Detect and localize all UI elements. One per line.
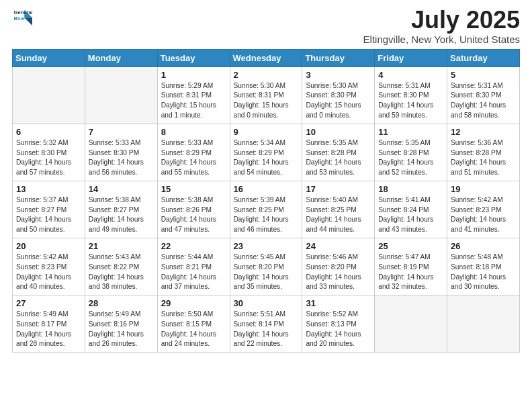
day-info: Sunrise: 5:42 AMSunset: 8:23 PMDaylight:… — [451, 195, 516, 235]
day-number: 14 — [89, 184, 154, 194]
day-info: Sunrise: 5:39 AMSunset: 8:25 PMDaylight:… — [234, 195, 299, 235]
day-number: 5 — [451, 70, 516, 80]
day-number: 27 — [16, 298, 81, 308]
calendar-cell — [447, 295, 520, 353]
day-info: Sunrise: 5:47 AMSunset: 8:19 PMDaylight:… — [378, 253, 443, 292]
day-info: Sunrise: 5:35 AMSunset: 8:28 PMDaylight:… — [306, 138, 371, 178]
calendar-cell: 13Sunrise: 5:37 AMSunset: 8:27 PMDayligh… — [13, 181, 85, 238]
header-tuesday: Tuesday — [157, 49, 230, 66]
calendar-cell: 9Sunrise: 5:34 AMSunset: 8:29 PMDaylight… — [230, 124, 302, 181]
day-info: Sunrise: 5:30 AMSunset: 8:30 PMDaylight:… — [306, 81, 371, 121]
svg-text:Blue: Blue — [14, 15, 25, 21]
calendar-cell: 12Sunrise: 5:36 AMSunset: 8:28 PMDayligh… — [447, 124, 520, 181]
calendar-cell: 4Sunrise: 5:31 AMSunset: 8:30 PMDaylight… — [375, 66, 447, 124]
day-info: Sunrise: 5:41 AMSunset: 8:24 PMDaylight:… — [378, 195, 443, 235]
calendar-cell: 26Sunrise: 5:48 AMSunset: 8:18 PMDayligh… — [447, 238, 520, 295]
day-info: Sunrise: 5:38 AMSunset: 8:27 PMDaylight:… — [89, 195, 154, 235]
calendar-cell: 19Sunrise: 5:42 AMSunset: 8:23 PMDayligh… — [447, 181, 520, 238]
day-number: 10 — [306, 127, 371, 137]
calendar-cell: 3Sunrise: 5:30 AMSunset: 8:30 PMDaylight… — [302, 66, 375, 124]
day-info: Sunrise: 5:36 AMSunset: 8:28 PMDaylight:… — [451, 138, 516, 178]
calendar-cell: 25Sunrise: 5:47 AMSunset: 8:19 PMDayligh… — [375, 238, 447, 295]
day-info: Sunrise: 5:45 AMSunset: 8:20 PMDaylight:… — [234, 253, 299, 292]
header-saturday: Saturday — [447, 49, 520, 66]
day-number: 13 — [16, 184, 81, 194]
day-info: Sunrise: 5:48 AMSunset: 8:18 PMDaylight:… — [451, 253, 516, 292]
calendar-cell: 28Sunrise: 5:49 AMSunset: 8:16 PMDayligh… — [85, 295, 157, 353]
header-sunday: Sunday — [13, 49, 85, 66]
day-number: 1 — [161, 70, 226, 80]
day-number: 24 — [306, 241, 371, 251]
header-wednesday: Wednesday — [230, 49, 302, 66]
day-number: 19 — [451, 184, 516, 194]
calendar-cell: 20Sunrise: 5:42 AMSunset: 8:23 PMDayligh… — [13, 238, 85, 295]
day-info: Sunrise: 5:49 AMSunset: 8:16 PMDaylight:… — [89, 310, 154, 349]
calendar-week-3: 13Sunrise: 5:37 AMSunset: 8:27 PMDayligh… — [13, 181, 520, 238]
day-info: Sunrise: 5:30 AMSunset: 8:31 PMDaylight:… — [234, 81, 299, 121]
day-info: Sunrise: 5:29 AMSunset: 8:31 PMDaylight:… — [161, 81, 226, 121]
day-number: 17 — [306, 184, 371, 194]
calendar-cell — [375, 295, 447, 353]
day-info: Sunrise: 5:51 AMSunset: 8:14 PMDaylight:… — [234, 310, 299, 349]
calendar-week-1: 1Sunrise: 5:29 AMSunset: 8:31 PMDaylight… — [13, 66, 520, 124]
svg-text:General: General — [14, 9, 32, 15]
calendar-cell: 30Sunrise: 5:51 AMSunset: 8:14 PMDayligh… — [230, 295, 302, 353]
day-info: Sunrise: 5:31 AMSunset: 8:30 PMDaylight:… — [378, 81, 443, 121]
logo: General Blue — [12, 7, 32, 28]
day-number: 31 — [306, 298, 371, 308]
day-info: Sunrise: 5:44 AMSunset: 8:21 PMDaylight:… — [161, 253, 226, 292]
day-info: Sunrise: 5:34 AMSunset: 8:29 PMDaylight:… — [234, 138, 299, 178]
main-title: July 2025 — [363, 7, 520, 34]
header-monday: Monday — [85, 49, 157, 66]
day-number: 26 — [451, 241, 516, 251]
day-number: 4 — [378, 70, 443, 80]
day-number: 16 — [234, 184, 299, 194]
day-number: 11 — [378, 127, 443, 137]
day-number: 29 — [161, 298, 226, 308]
calendar-cell — [13, 66, 85, 124]
header: General Blue July 2025 Eltingville, New … — [12, 7, 520, 45]
calendar-cell: 27Sunrise: 5:49 AMSunset: 8:17 PMDayligh… — [13, 295, 85, 353]
calendar-cell: 6Sunrise: 5:32 AMSunset: 8:30 PMDaylight… — [13, 124, 85, 181]
svg-marker-2 — [24, 17, 32, 26]
day-info: Sunrise: 5:33 AMSunset: 8:29 PMDaylight:… — [161, 138, 226, 178]
day-info: Sunrise: 5:52 AMSunset: 8:13 PMDaylight:… — [306, 310, 371, 349]
calendar-cell — [85, 66, 157, 124]
calendar-cell: 14Sunrise: 5:38 AMSunset: 8:27 PMDayligh… — [85, 181, 157, 238]
calendar-week-2: 6Sunrise: 5:32 AMSunset: 8:30 PMDaylight… — [13, 124, 520, 181]
day-number: 22 — [161, 241, 226, 251]
day-info: Sunrise: 5:49 AMSunset: 8:17 PMDaylight:… — [16, 310, 81, 349]
calendar-cell: 18Sunrise: 5:41 AMSunset: 8:24 PMDayligh… — [375, 181, 447, 238]
day-info: Sunrise: 5:33 AMSunset: 8:30 PMDaylight:… — [89, 138, 154, 178]
day-info: Sunrise: 5:37 AMSunset: 8:27 PMDaylight:… — [16, 195, 81, 235]
page: General Blue July 2025 Eltingville, New … — [0, 0, 532, 411]
day-info: Sunrise: 5:32 AMSunset: 8:30 PMDaylight:… — [16, 138, 81, 178]
day-info: Sunrise: 5:38 AMSunset: 8:26 PMDaylight:… — [161, 195, 226, 235]
day-info: Sunrise: 5:43 AMSunset: 8:22 PMDaylight:… — [89, 253, 154, 292]
day-info: Sunrise: 5:46 AMSunset: 8:20 PMDaylight:… — [306, 253, 371, 292]
calendar-cell: 10Sunrise: 5:35 AMSunset: 8:28 PMDayligh… — [302, 124, 375, 181]
day-number: 15 — [161, 184, 226, 194]
subtitle: Eltingville, New York, United States — [363, 34, 520, 45]
calendar-cell: 5Sunrise: 5:31 AMSunset: 8:30 PMDaylight… — [447, 66, 520, 124]
day-number: 12 — [451, 127, 516, 137]
calendar-cell: 2Sunrise: 5:30 AMSunset: 8:31 PMDaylight… — [230, 66, 302, 124]
calendar-cell: 22Sunrise: 5:44 AMSunset: 8:21 PMDayligh… — [157, 238, 230, 295]
calendar-cell: 15Sunrise: 5:38 AMSunset: 8:26 PMDayligh… — [157, 181, 230, 238]
logo-icon: General Blue — [13, 7, 32, 26]
day-number: 21 — [89, 241, 154, 251]
title-block: July 2025 Eltingville, New York, United … — [363, 7, 520, 45]
day-info: Sunrise: 5:42 AMSunset: 8:23 PMDaylight:… — [16, 253, 81, 292]
day-number: 30 — [234, 298, 299, 308]
calendar-cell: 21Sunrise: 5:43 AMSunset: 8:22 PMDayligh… — [85, 238, 157, 295]
day-number: 23 — [234, 241, 299, 251]
calendar-cell: 17Sunrise: 5:40 AMSunset: 8:25 PMDayligh… — [302, 181, 375, 238]
day-number: 9 — [234, 127, 299, 137]
day-number: 6 — [16, 127, 81, 137]
calendar-cell: 11Sunrise: 5:35 AMSunset: 8:28 PMDayligh… — [375, 124, 447, 181]
day-number: 25 — [378, 241, 443, 251]
calendar-week-4: 20Sunrise: 5:42 AMSunset: 8:23 PMDayligh… — [13, 238, 520, 295]
day-info: Sunrise: 5:31 AMSunset: 8:30 PMDaylight:… — [451, 81, 516, 121]
day-info: Sunrise: 5:40 AMSunset: 8:25 PMDaylight:… — [306, 195, 371, 235]
day-number: 8 — [161, 127, 226, 137]
